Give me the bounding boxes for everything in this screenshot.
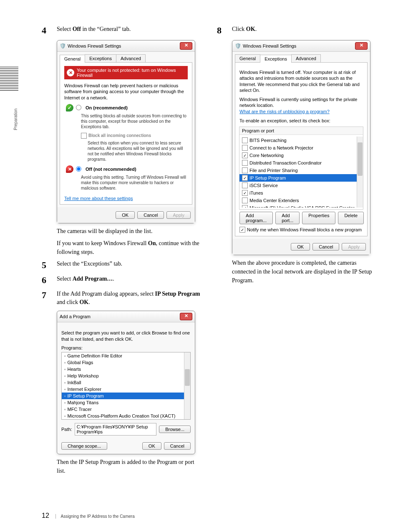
- ok-button[interactable]: OK: [116, 211, 135, 219]
- step-text: Click OK.: [232, 25, 257, 33]
- checkbox-icon[interactable]: [242, 182, 248, 188]
- scroll-thumb[interactable]: [185, 369, 190, 386]
- properties-button[interactable]: Properties: [302, 212, 335, 224]
- step-8: 8 Click OK.: [217, 25, 375, 36]
- path-input[interactable]: C:¥Program Files¥SONY¥IP Setup Program¥i…: [75, 423, 156, 436]
- checkbox-icon[interactable]: [81, 133, 87, 139]
- step-4: 4 Select Off in the “General” tab.: [42, 25, 200, 36]
- list-item[interactable]: BITS Peercaching: [239, 137, 363, 144]
- checkbox-icon[interactable]: ✓: [239, 227, 245, 233]
- list-item[interactable]: ▫InkBall: [62, 379, 190, 386]
- list-item[interactable]: ▫Hearts: [62, 366, 190, 372]
- step-5: 5 Select the “Exceptions” tab.: [42, 260, 200, 271]
- radio-on[interactable]: [76, 105, 81, 110]
- checkbox-icon[interactable]: [242, 137, 248, 143]
- add-program-button[interactable]: Add program...: [239, 212, 273, 224]
- step-number: 7: [42, 290, 50, 301]
- exceptions-listbox[interactable]: BITS PeercachingConnect to a Network Pro…: [239, 137, 363, 208]
- program-icon: ▫: [64, 367, 66, 372]
- off-option[interactable]: ✕ Off (not recommended) Avoid using this…: [66, 165, 188, 191]
- checkbox-icon[interactable]: ✓: [242, 190, 248, 196]
- cancel-button[interactable]: Cancel: [164, 442, 191, 450]
- programs-listbox[interactable]: ▫Game Definition File Editor▫Global Flag…: [61, 352, 191, 420]
- list-item[interactable]: ▫Mahjong Titans: [62, 399, 190, 406]
- list-item[interactable]: ▫Microsoft Cross-Platform Audio Creation…: [62, 413, 190, 419]
- radio-off[interactable]: [76, 166, 81, 172]
- close-button[interactable]: ✕: [180, 313, 192, 320]
- list-item[interactable]: ✓Core Networking: [239, 152, 363, 159]
- firewall-general-dialog: 🛡️ Windows Firewall Settings ✕ General E…: [57, 40, 195, 223]
- ok-button[interactable]: OK: [142, 442, 161, 450]
- left-column: 4 Select Off in the “General” tab. 🛡️ Wi…: [42, 25, 200, 479]
- notify-checkbox-row[interactable]: ✓ Notify me when Windows Firewall blocks…: [239, 227, 363, 233]
- dialog-title: Windows Firewall Settings: [68, 43, 121, 48]
- apply-button[interactable]: Apply: [342, 243, 366, 251]
- scroll-thumb[interactable]: [358, 142, 363, 176]
- right-column: 8 Click OK. 🛡️ Windows Firewall Settings…: [217, 25, 375, 479]
- checkbox-icon[interactable]: [242, 145, 248, 151]
- programs-label: Programs:: [61, 345, 191, 350]
- step-number: 4: [42, 25, 50, 36]
- program-icon: ▫: [64, 380, 66, 385]
- dialog-title: Add a Program: [60, 314, 91, 319]
- checkbox-icon[interactable]: [242, 198, 248, 203]
- checkbox-icon[interactable]: [242, 160, 248, 166]
- scrollbar[interactable]: [184, 352, 190, 419]
- tab-general[interactable]: General: [235, 54, 260, 62]
- program-icon: ▫: [64, 354, 66, 358]
- footer-text: Assigning the IP Address to the Camera: [55, 514, 135, 519]
- risks-link[interactable]: What are the risks of unblocking a progr…: [239, 109, 330, 114]
- body-text: If you want to keep Windows Firewall On,…: [57, 239, 200, 256]
- tab-exceptions[interactable]: Exceptions: [85, 54, 116, 62]
- change-scope-button[interactable]: Change scope...: [61, 442, 107, 450]
- list-item[interactable]: iSCSI Service: [239, 182, 363, 189]
- list-item[interactable]: Distributed Transaction Coordinator: [239, 159, 363, 167]
- list-item[interactable]: ✓iTunes: [239, 189, 363, 197]
- cancel-button[interactable]: Cancel: [137, 211, 164, 219]
- apply-button[interactable]: Apply: [166, 211, 191, 219]
- list-item[interactable]: ▫Game Definition File Editor: [62, 352, 190, 359]
- close-button[interactable]: ✕: [180, 42, 192, 50]
- more-settings-link[interactable]: Tell me more about these settings: [64, 196, 188, 201]
- list-item[interactable]: ▫Global Flags: [62, 359, 190, 366]
- list-item[interactable]: File and Printer Sharing: [239, 167, 363, 174]
- list-item[interactable]: ✓Microsoft (R) Visual Studio VSA RPC Eve…: [239, 204, 363, 208]
- step-text: Select Off in the “General” tab.: [57, 25, 131, 33]
- checkbox-icon[interactable]: ✓: [242, 205, 248, 208]
- delete-button[interactable]: Delete: [338, 212, 364, 224]
- checkbox-icon[interactable]: ✓: [242, 152, 248, 158]
- list-item[interactable]: ▫Microsoft FxCop 1.35: [62, 419, 190, 420]
- on-option[interactable]: ✓ On (recommended) This setting blocks a…: [66, 104, 188, 162]
- scrollbar[interactable]: [357, 137, 363, 208]
- shield-off-icon: ✕: [66, 165, 73, 173]
- close-button[interactable]: ✕: [355, 42, 368, 50]
- tab-advanced[interactable]: Advanced: [291, 54, 321, 62]
- checkbox-icon[interactable]: ✓: [242, 175, 248, 181]
- tab-advanced[interactable]: Advanced: [116, 54, 146, 62]
- column-header: Program or port: [239, 127, 363, 135]
- list-item[interactable]: ▫MFC Tracer: [62, 406, 190, 413]
- cancel-button[interactable]: Cancel: [312, 243, 339, 251]
- dialog-titlebar: Add a Program ✕: [57, 311, 195, 322]
- tab-general[interactable]: General: [60, 55, 85, 63]
- margin-stripes: [0, 67, 18, 92]
- list-item[interactable]: Media Center Extenders: [239, 197, 363, 204]
- step-text: Select the “Exceptions” tab.: [57, 260, 122, 268]
- block-all-option[interactable]: Block all incoming connections: [81, 133, 188, 139]
- list-item[interactable]: ▫Internet Explorer: [62, 386, 190, 393]
- dialog-button-row: OK Cancel Apply: [232, 239, 370, 255]
- checkbox-icon[interactable]: [242, 167, 248, 173]
- path-row: Path: C:¥Program Files¥SONY¥IP Setup Pro…: [61, 423, 191, 436]
- body-text: When the above procedure is completed, t…: [232, 258, 375, 285]
- tab-exceptions[interactable]: Exceptions: [260, 55, 292, 63]
- list-item[interactable]: ▫IP Setup Program: [62, 393, 190, 399]
- list-item[interactable]: Connect to a Network Projector: [239, 144, 363, 152]
- tab-strip: General Exceptions Advanced: [60, 54, 192, 63]
- dialog-titlebar: 🛡️ Windows Firewall Settings ✕: [232, 41, 370, 52]
- add-port-button[interactable]: Add port...: [275, 212, 300, 224]
- add-program-dialog: Add a Program ✕ Select the program you w…: [57, 311, 195, 454]
- browse-button[interactable]: Browse...: [159, 426, 191, 433]
- list-item[interactable]: ▫Help Workshop: [62, 372, 190, 379]
- list-item[interactable]: ✓IP Setup Program: [239, 174, 363, 182]
- ok-button[interactable]: OK: [291, 243, 310, 251]
